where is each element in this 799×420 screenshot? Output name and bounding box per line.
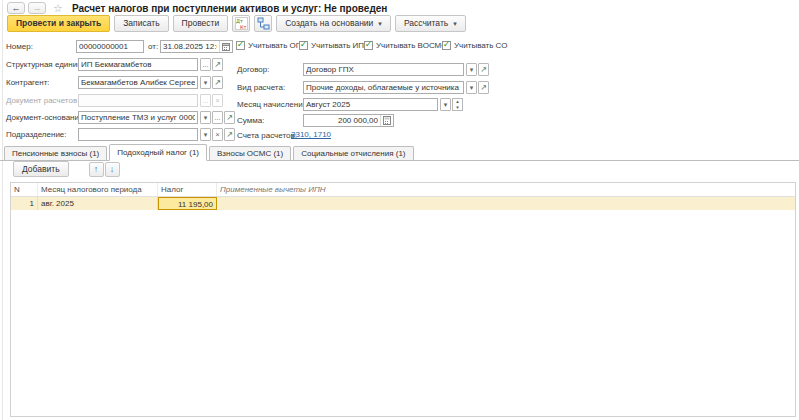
counterparty-label: Контрагент: xyxy=(6,76,50,89)
structural-unit-choose-button[interactable]: ... xyxy=(200,58,211,71)
col-header-n[interactable]: N xyxy=(11,183,38,196)
department-dropdown-button[interactable]: ▾ xyxy=(200,128,211,141)
cell-row-number[interactable]: 1 xyxy=(11,197,38,210)
page-title: Расчет налогов при поступлении активов и… xyxy=(72,3,387,14)
structural-unit-open-button[interactable]: ↗ xyxy=(212,58,223,71)
department-input[interactable] xyxy=(78,128,198,141)
contract-input[interactable]: Договор ГПХ xyxy=(303,63,464,76)
checkbox-so[interactable]: ✓ Учитывать СО xyxy=(442,40,507,51)
post-button[interactable]: Провести xyxy=(173,15,229,32)
forward-button[interactable]: → xyxy=(28,2,46,14)
table-command-bar: Добавить ↑ ↓ xyxy=(13,161,120,177)
cell-period[interactable]: авг. 2025 xyxy=(38,197,158,210)
checkbox-icon: ✓ xyxy=(442,41,451,50)
calculate-button[interactable]: Рассчитать ▾ xyxy=(395,15,466,32)
tab-income-tax[interactable]: Подоходный налог (1) xyxy=(109,144,207,161)
add-row-button[interactable]: Добавить xyxy=(13,161,69,177)
dropdown-caret-icon: ▾ xyxy=(378,20,382,27)
base-document-choose-button[interactable]: ... xyxy=(212,111,223,124)
contract-value: Договор ГПХ xyxy=(306,64,461,75)
col-header-tax[interactable]: Налог xyxy=(158,183,217,196)
settlement-document-clear-button[interactable]: × xyxy=(212,94,223,107)
open-icon: ↗ xyxy=(214,59,221,70)
amount-label: Сумма: xyxy=(237,114,264,127)
toolbar: Провести и закрыть Записать Провести Дт … xyxy=(7,15,466,32)
department-label: Подразделение: xyxy=(6,128,67,141)
open-icon: ↗ xyxy=(480,82,487,93)
open-icon: ↗ xyxy=(214,77,221,88)
create-based-on-button[interactable]: Создать на основании ▾ xyxy=(276,15,391,32)
checkbox-icon: ✓ xyxy=(364,41,373,50)
tab-osms-contributions[interactable]: Взносы ОСМС (1) xyxy=(209,146,291,160)
accrual-month-spinner[interactable]: ▴ ▾ xyxy=(452,98,463,111)
post-and-close-button[interactable]: Провести и закрыть xyxy=(7,15,110,32)
counterparty-open-button[interactable]: ↗ xyxy=(212,76,223,89)
move-row-up-button[interactable]: ↑ xyxy=(89,162,104,177)
department-open-button[interactable]: ↗ xyxy=(224,128,235,141)
checkbox-ipn[interactable]: ✓ Учитывать ИПН xyxy=(299,40,370,51)
structural-unit-input[interactable]: ИП Бекмагамбетов xyxy=(78,58,198,71)
nav-row: ← → ☆ Расчет налогов при поступлении акт… xyxy=(7,2,387,14)
accrual-month-dropdown-button[interactable]: ▾ xyxy=(440,98,451,111)
number-input[interactable]: 00000000001 xyxy=(76,40,144,53)
base-document-label: Документ-основание: xyxy=(6,111,86,124)
checkbox-icon: ✓ xyxy=(299,41,308,50)
settlement-document-choose-button[interactable]: ... xyxy=(200,94,211,107)
col-header-deductions[interactable]: Примененные вычеты ИПН xyxy=(217,183,795,196)
counterparty-input[interactable]: Бекмагамбетов Алибек Сергеевич xyxy=(78,76,198,89)
window-left-border xyxy=(2,0,3,420)
open-icon: ↗ xyxy=(480,64,487,75)
amount-input[interactable]: 200 000,00 xyxy=(303,114,394,127)
structure-report-button[interactable] xyxy=(254,15,272,32)
department-clear-button[interactable]: × xyxy=(212,128,223,141)
cell-deductions[interactable] xyxy=(217,197,795,210)
checkbox-vosms[interactable]: ✓ Учитывать ВОСМС xyxy=(364,40,447,51)
calculation-type-open-button[interactable]: ↗ xyxy=(478,81,489,94)
date-input[interactable]: 31.08.2025 12:00:00 xyxy=(160,40,233,53)
accrual-month-input[interactable]: Август 2025 xyxy=(303,98,438,111)
date-prefix-label: от: xyxy=(148,40,158,53)
date-value: 31.08.2025 12:00:00 xyxy=(163,41,217,52)
income-tax-table: N Месяц налогового периода Налог Примене… xyxy=(10,182,796,417)
move-row-down-button[interactable]: ↓ xyxy=(105,162,120,177)
tab-pension-contributions[interactable]: Пенсионные взносы (1) xyxy=(4,146,107,160)
table-row[interactable]: 1 авг. 2025 11 195,00 xyxy=(11,197,795,210)
col-header-period[interactable]: Месяц налогового периода xyxy=(38,183,158,196)
calculation-type-input[interactable]: Прочие доходы, облагаемые у источника xyxy=(303,81,464,94)
calculation-type-value: Прочие доходы, облагаемые у источника xyxy=(306,82,461,93)
base-document-dropdown-button[interactable]: ▾ xyxy=(200,111,211,124)
counterparty-value: Бекмагамбетов Алибек Сергеевич xyxy=(81,77,195,88)
spin-down-icon[interactable]: ▾ xyxy=(453,105,462,111)
amount-value: 200 000,00 xyxy=(306,115,378,126)
save-button[interactable]: Записать xyxy=(114,15,168,32)
base-document-input[interactable]: Поступление ТМЗ и услуг 000000001 xyxy=(78,111,198,124)
open-icon: ↗ xyxy=(226,129,233,140)
checkbox-so-label: Учитывать СО xyxy=(454,41,507,50)
base-document-open-button[interactable]: ↗ xyxy=(224,111,235,124)
structural-unit-value: ИП Бекмагамбетов xyxy=(81,59,195,70)
settlement-accounts-link[interactable]: 3310, 1710 xyxy=(291,129,331,141)
cell-tax-selected[interactable]: 11 195,00 xyxy=(158,197,217,210)
favorite-star-icon[interactable]: ☆ xyxy=(53,2,63,14)
contract-open-button[interactable]: ↗ xyxy=(478,63,489,76)
calculate-label: Рассчитать xyxy=(404,19,448,28)
checkbox-ipn-label: Учитывать ИПН xyxy=(311,41,370,50)
calculator-icon[interactable] xyxy=(380,115,391,126)
tab-social-deductions[interactable]: Социальные отчисления (1) xyxy=(293,146,413,160)
checkbox-vosms-label: Учитывать ВОСМС xyxy=(376,41,447,50)
show-postings-button[interactable]: Дт Кт xyxy=(232,15,250,32)
number-value: 00000000001 xyxy=(79,41,141,52)
settlement-accounts-label: Счета расчетов: xyxy=(237,129,297,142)
checkbox-opv[interactable]: ✓ Учитывать ОПВ xyxy=(236,40,307,51)
debit-credit-icon: Дт Кт xyxy=(235,17,248,30)
accrual-month-value: Август 2025 xyxy=(306,99,435,110)
calculation-type-dropdown-button[interactable]: ▾ xyxy=(466,81,477,94)
contract-dropdown-button[interactable]: ▾ xyxy=(466,63,477,76)
document-window: ← → ☆ Расчет налогов при поступлении акт… xyxy=(0,0,799,420)
calendar-icon[interactable] xyxy=(219,41,230,52)
counterparty-dropdown-button[interactable]: ▾ xyxy=(200,76,211,89)
back-button[interactable]: ← xyxy=(7,2,25,14)
settlement-document-label: Документ расчетов: xyxy=(6,94,79,107)
contract-label: Договор: xyxy=(237,63,269,76)
settlement-document-input[interactable] xyxy=(78,94,198,107)
